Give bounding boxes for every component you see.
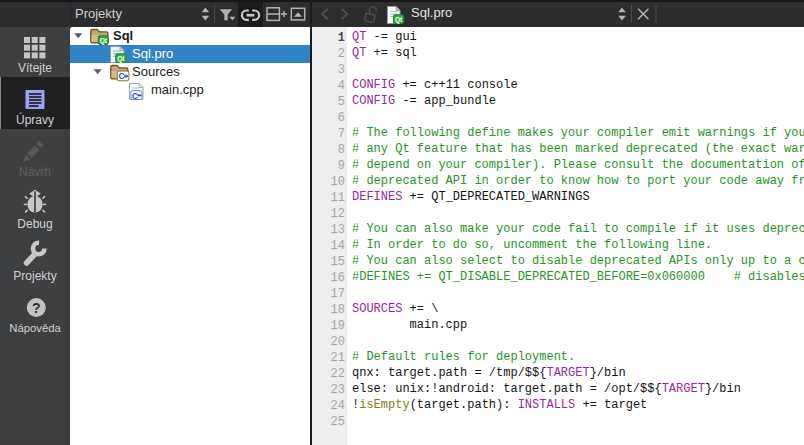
svg-text:Qt: Qt <box>395 16 403 24</box>
svg-text:C: C <box>118 71 124 81</box>
svg-text:Qt: Qt <box>100 37 108 45</box>
svg-text:C: C <box>132 92 138 101</box>
svg-text:?: ? <box>32 300 41 316</box>
svg-text:Qt: Qt <box>117 55 125 63</box>
